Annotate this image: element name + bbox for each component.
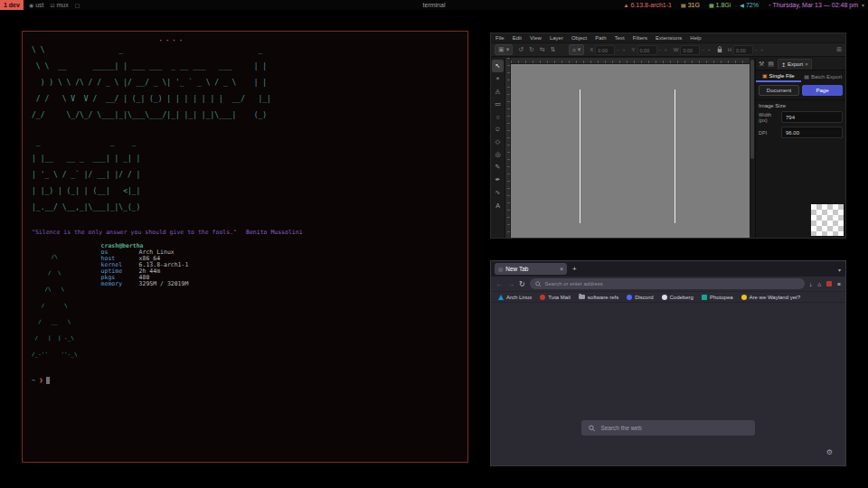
menu-object[interactable]: Object (571, 35, 587, 41)
clock-module[interactable]: ◔ Thursday, Mar 13 — 02:48 pm (768, 2, 858, 8)
volume-module[interactable]: ◀ 72% (740, 2, 759, 8)
separator: · (703, 3, 705, 8)
address-bar[interactable] (530, 278, 805, 289)
export-dpi-input[interactable]: 96.00 (781, 127, 843, 138)
bookmark-arch-linux[interactable]: Arch Linux (498, 295, 532, 300)
dialog-tab-row: ⚒ ▤ ↥ Export × (756, 58, 845, 70)
arch-icon: ▲ (624, 3, 629, 8)
folder-icon (579, 295, 585, 299)
bookmark-photopea[interactable]: Photopea (702, 295, 733, 300)
tool-calligraphy[interactable]: ∿ (492, 186, 504, 199)
h-stepper[interactable]: − + (755, 47, 764, 52)
reload-button[interactable]: ↻ (519, 280, 525, 288)
tool-rectangle[interactable]: ▭ (492, 98, 504, 110)
memory-module[interactable]: ▦ 1.8Gi (709, 2, 731, 8)
rotate-ccw-icon[interactable]: ↺ (518, 46, 524, 53)
extension-icon[interactable] (826, 281, 832, 286)
selection-mode-dropdown[interactable]: ▣ ▾ (495, 44, 513, 55)
flip-horizontal-icon[interactable]: ⇆ (540, 46, 545, 53)
globe-icon: ◎ (498, 266, 503, 272)
export-dialog-tab[interactable]: ↥ Export × (778, 59, 812, 70)
back-button[interactable]: ← (495, 280, 503, 288)
bookmark-tuta-mail[interactable]: Tuta Mail (540, 295, 570, 300)
align-dropdown[interactable]: ≡ ▾ (569, 44, 585, 55)
horizontal-ruler (511, 58, 750, 64)
w-input[interactable]: 0.00 (680, 45, 700, 55)
menu-path[interactable]: Path (595, 35, 606, 41)
tool-star[interactable]: ✩ (492, 123, 504, 136)
menu-layer[interactable]: Layer (550, 35, 563, 41)
rotate-cw-icon[interactable]: ↻ (529, 46, 534, 53)
forward-button[interactable]: → (507, 280, 514, 288)
y-label: Y (632, 47, 636, 52)
tool-spiral[interactable]: ◎ (492, 148, 504, 161)
separator: · (675, 3, 677, 8)
tool-text[interactable]: A (492, 199, 504, 211)
height-coordinate-group: H 0.00 − + (728, 45, 765, 55)
bookmark-codeberg[interactable]: Codeberg (662, 295, 693, 300)
kernel-module[interactable]: ▲ 6.13.8-arch1-1 (624, 2, 672, 8)
stack-icon: ▤ (804, 73, 809, 80)
document-button[interactable]: Document (759, 85, 799, 96)
tool-pen[interactable]: ✒ (492, 174, 504, 186)
terminal-window[interactable]: ···· \ \ _ _ \ \ __ _____| | ___ ___ _ _… (22, 31, 468, 463)
menu-text[interactable]: Text (615, 35, 625, 41)
page-edge-left (580, 89, 580, 223)
list-all-tabs-icon[interactable]: ▾ (838, 267, 841, 273)
menu-filters[interactable]: Filters (633, 35, 647, 41)
h-input[interactable]: 0.00 (733, 45, 753, 55)
x-stepper[interactable]: − + (617, 47, 626, 52)
tool-shape-builder[interactable]: ◬ (492, 85, 504, 98)
close-tab-icon[interactable]: × (560, 266, 563, 272)
tool-ellipse[interactable]: ○ (492, 110, 504, 123)
new-tab-button[interactable]: + (572, 265, 577, 273)
lock-ratio-icon[interactable] (717, 46, 722, 54)
menu-file[interactable]: File (495, 35, 505, 41)
document-dialog-icon[interactable]: ▤ (768, 61, 774, 68)
batch-export-tab[interactable]: ▤ Batch Export (801, 70, 846, 82)
scrollbar-handle[interactable] (750, 60, 754, 159)
single-file-tab[interactable]: ▣ Single File (756, 70, 801, 82)
menu-view[interactable]: View (530, 35, 542, 41)
close-icon[interactable]: × (805, 61, 808, 67)
bookmark-software-refs[interactable]: software refs (579, 295, 618, 300)
y-input[interactable]: 0.00 (637, 45, 657, 55)
width-coordinate-group: W 0.00 − + (674, 45, 712, 55)
tools-dialog-icon[interactable]: ⚒ (759, 61, 764, 68)
tool-node-editor[interactable]: ⌖ (492, 72, 504, 85)
shell-prompt[interactable]: ~ ❯ (32, 377, 458, 384)
tool-3d-box[interactable]: ◇ (492, 136, 504, 148)
bookmark-discord[interactable]: Discord (627, 295, 653, 300)
status-modules: ▲ 6.13.8-arch1-1 · ▤ 31G · ▦ 1.8Gi · ◀ 7… (624, 2, 868, 8)
tray-chevron-icon[interactable]: ▾ (862, 2, 864, 8)
bookmark-wayland[interactable]: Are we Wayland yet? (741, 295, 800, 300)
canvas[interactable] (511, 64, 750, 238)
disk-module[interactable]: ▤ 31G (681, 2, 700, 8)
active-tab[interactable]: ◎ New Tab × (495, 263, 567, 275)
home-icon[interactable]: ⌂ (817, 281, 821, 287)
tool-options-toolbar: ▣ ▾ ↺ ↻ ⇆ ⇅ ≡ ▾ X 0.00 − + Y 0.00 − + W … (491, 42, 845, 57)
snap-settings-icon[interactable]: ⊞ (836, 46, 842, 53)
page-button[interactable]: Page (802, 85, 843, 96)
y-stepper[interactable]: − + (659, 47, 668, 52)
x-label: X (590, 47, 593, 52)
ascii-dots: ···· (158, 36, 185, 45)
search-icon (589, 425, 595, 432)
w-stepper[interactable]: − + (702, 47, 711, 52)
inkscape-menubar: File Edit View Layer Object Path Text Fi… (491, 33, 845, 42)
tool-pencil[interactable]: ✎ (492, 161, 504, 174)
url-input[interactable] (544, 281, 799, 286)
menu-help[interactable]: Help (690, 35, 701, 41)
web-search-input[interactable] (600, 425, 748, 431)
flip-vertical-icon[interactable]: ⇅ (551, 46, 556, 53)
y-coordinate-group: Y 0.00 − + (632, 45, 668, 55)
menu-edit[interactable]: Edit (513, 35, 522, 41)
gear-icon[interactable]: ⚙ (826, 448, 833, 456)
downloads-icon[interactable]: ↓ (809, 281, 812, 287)
x-input[interactable]: 0.00 (595, 45, 615, 55)
tool-selector[interactable]: ↖ (492, 60, 504, 72)
menu-extensions[interactable]: Extensions (656, 35, 682, 41)
menu-icon[interactable]: ≡ (837, 281, 841, 287)
web-search-bar[interactable] (581, 420, 755, 436)
export-width-input[interactable]: 794 (781, 111, 843, 123)
